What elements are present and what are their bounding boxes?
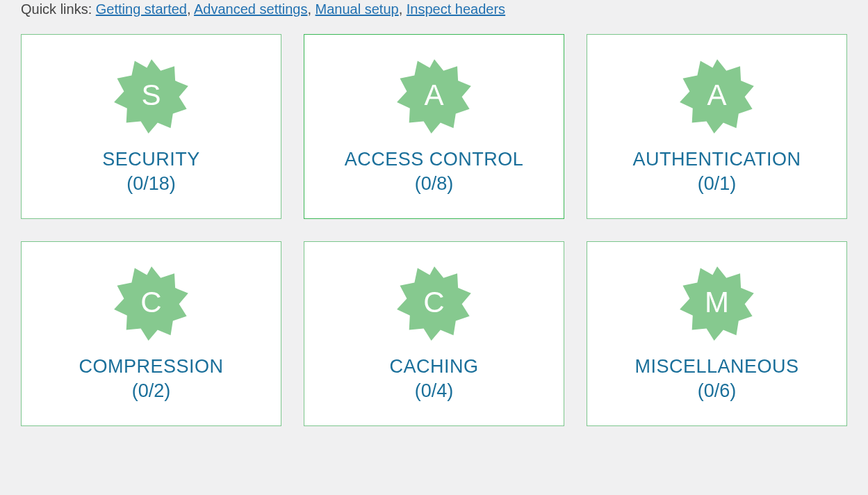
badge-letter: C [140, 286, 161, 319]
category-card-authentication[interactable]: A AUTHENTICATION (0/1) [587, 34, 847, 219]
badge-letter: M [705, 286, 729, 319]
badge-letter: S [141, 79, 161, 112]
category-count: (0/2) [132, 380, 171, 402]
quick-link-manual-setup[interactable]: Manual setup [316, 1, 399, 17]
badge-letter: A [707, 79, 726, 112]
category-title: MISCELLANEOUS [634, 356, 799, 378]
category-card-security[interactable]: S SECURITY (0/18) [21, 34, 281, 219]
starburst-badge-icon: M [679, 264, 755, 341]
starburst-badge-icon: S [113, 57, 190, 133]
starburst-badge-icon: C [396, 264, 473, 341]
quick-link-getting-started[interactable]: Getting started [96, 1, 187, 17]
category-card-access-control[interactable]: A ACCESS CONTROL (0/8) [304, 34, 564, 219]
category-title: ACCESS CONTROL [345, 149, 524, 170]
starburst-badge-icon: C [113, 264, 190, 341]
category-card-miscellaneous[interactable]: M MISCELLANEOUS (0/6) [587, 241, 847, 426]
category-cards-grid: S SECURITY (0/18) A ACCESS CONTROL (0/8)… [0, 17, 868, 443]
category-count: (0/6) [698, 380, 737, 402]
quick-links-bar: Quick links: Getting started, Advanced s… [0, 0, 868, 17]
starburst-badge-icon: A [679, 57, 755, 133]
category-count: (0/4) [415, 380, 454, 402]
category-title: SECURITY [102, 149, 200, 170]
category-title: AUTHENTICATION [633, 149, 801, 170]
quick-links-prefix: Quick links: [21, 1, 92, 17]
badge-letter: A [424, 79, 443, 112]
category-title: CACHING [389, 356, 478, 378]
category-count: (0/18) [126, 173, 176, 195]
category-title: COMPRESSION [79, 356, 223, 378]
quick-link-inspect-headers[interactable]: Inspect headers [407, 1, 505, 17]
starburst-badge-icon: A [396, 57, 473, 133]
category-count: (0/1) [698, 173, 737, 195]
badge-letter: C [423, 286, 444, 319]
category-count: (0/8) [415, 173, 454, 195]
category-card-caching[interactable]: C CACHING (0/4) [304, 241, 564, 426]
quick-link-advanced-settings[interactable]: Advanced settings [194, 1, 307, 17]
category-card-compression[interactable]: C COMPRESSION (0/2) [21, 241, 281, 426]
